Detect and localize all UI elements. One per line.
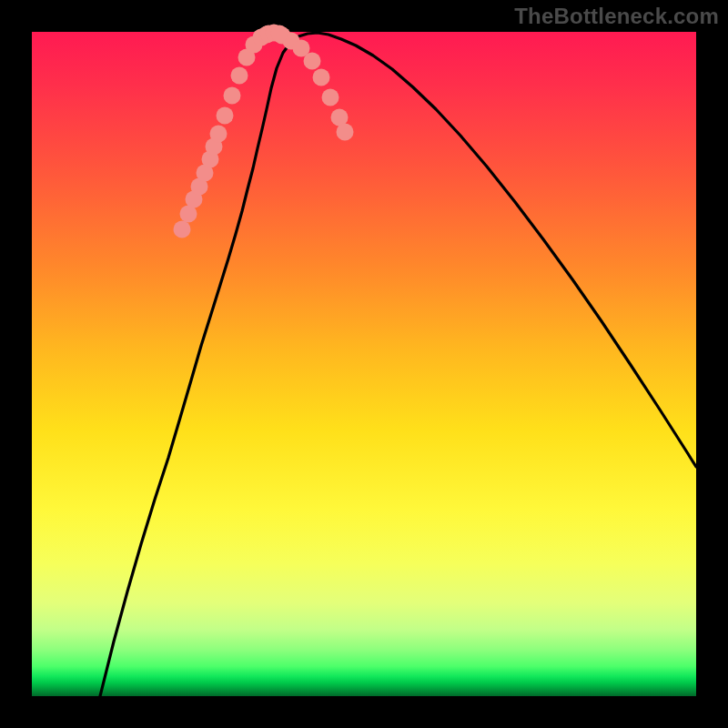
marker-cluster-right <box>274 27 354 141</box>
data-marker <box>174 221 191 238</box>
marker-cluster-bottom <box>260 25 288 43</box>
chart-svg <box>32 32 696 696</box>
data-marker <box>217 107 234 125</box>
data-marker <box>304 53 321 70</box>
watermark-text: TheBottleneck.com <box>514 4 719 29</box>
chart-frame: TheBottleneck.com <box>0 0 728 728</box>
data-marker <box>231 67 248 85</box>
data-marker <box>313 69 330 86</box>
v-curve-line <box>100 33 696 696</box>
data-marker <box>322 89 339 106</box>
data-marker <box>337 124 354 141</box>
data-marker <box>271 25 288 43</box>
data-marker <box>210 126 228 143</box>
data-marker <box>224 87 241 105</box>
